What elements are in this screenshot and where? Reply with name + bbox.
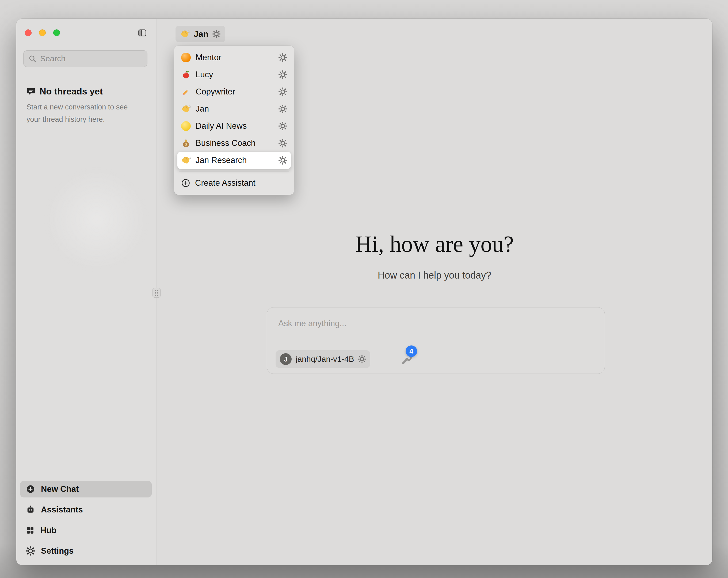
wave-hand-icon <box>180 29 190 39</box>
chat-bubble-icon <box>26 87 35 96</box>
wave-hand-icon <box>181 155 191 165</box>
assistant-menu: Mentor Lucy Copywriter Jan Daily AI News <box>174 46 294 195</box>
menu-item-lucy[interactable]: Lucy <box>177 66 291 83</box>
empty-state-title: No threads yet <box>40 86 103 97</box>
gear-icon[interactable] <box>279 53 287 62</box>
gear-icon[interactable] <box>279 139 287 147</box>
gear-icon[interactable] <box>279 156 287 165</box>
sidebar-item-label: Hub <box>41 526 56 535</box>
gear-icon[interactable] <box>279 105 287 113</box>
greeting-title: Hi, how are you? <box>157 231 712 257</box>
menu-item-copywriter[interactable]: Copywriter <box>177 83 291 100</box>
sidebar-item-hub[interactable]: Hub <box>20 522 152 539</box>
model-avatar: J <box>280 353 292 365</box>
sidebar-nav: New Chat Assistants Hub Settings <box>20 481 152 559</box>
hub-grid-icon <box>26 526 34 535</box>
model-name: janhq/Jan-v1-4B <box>296 355 354 364</box>
search-field <box>23 50 148 67</box>
menu-separator <box>179 172 289 172</box>
threads-empty-state: No threads yet Start a new conversation … <box>26 86 144 126</box>
gear-icon[interactable] <box>212 30 220 38</box>
sidebar: No threads yet Start a new conversation … <box>16 19 157 565</box>
menu-item-mentor[interactable]: Mentor <box>177 49 291 66</box>
greeting-subtitle: How can I help you today? <box>157 270 712 281</box>
message-input[interactable] <box>278 319 546 328</box>
yellow-ball-icon <box>181 121 191 131</box>
money-bag-icon <box>181 139 191 148</box>
window-controls <box>25 29 60 36</box>
zoom-button[interactable] <box>53 29 60 36</box>
empty-state-subtitle: Start a new conversation to see your thr… <box>26 101 144 126</box>
gear-icon <box>26 547 35 555</box>
main-area: Jan Mentor Lucy Copywriter Jan <box>157 19 712 565</box>
minimize-button[interactable] <box>39 29 46 36</box>
sidebar-item-assistants[interactable]: Assistants <box>20 501 152 518</box>
plus-circle-icon <box>181 178 190 187</box>
assistants-icon <box>26 505 35 514</box>
assistant-selector-button[interactable]: Jan <box>176 26 225 42</box>
gear-icon[interactable] <box>279 122 287 130</box>
menu-item-create-assistant[interactable]: Create Assistant <box>177 174 291 192</box>
menu-item-jan-research[interactable]: Jan Research <box>177 152 291 169</box>
sidebar-toggle-icon[interactable] <box>137 28 148 37</box>
close-button[interactable] <box>25 29 31 36</box>
sidebar-item-label: Settings <box>41 546 74 556</box>
gear-icon[interactable] <box>279 87 287 96</box>
sidebar-item-settings[interactable]: Settings <box>20 543 152 559</box>
chat-composer: J janhq/Jan-v1-4B 4 <box>267 307 605 374</box>
app-window: No threads yet Start a new conversation … <box>16 19 712 565</box>
model-selector-button[interactable]: J janhq/Jan-v1-4B <box>276 350 370 368</box>
tools-button[interactable]: 4 <box>400 353 413 366</box>
assistant-selector-label: Jan <box>194 29 208 39</box>
search-input[interactable] <box>40 54 144 63</box>
apple-icon <box>181 70 191 79</box>
sidebar-resize-handle[interactable] <box>153 288 160 298</box>
menu-item-business-coach[interactable]: Business Coach <box>177 134 291 152</box>
wave-hand-icon <box>181 104 191 114</box>
search-icon <box>28 55 36 62</box>
gear-icon[interactable] <box>358 355 366 363</box>
pencil-icon <box>181 87 191 97</box>
orange-ball-icon <box>181 53 191 62</box>
gear-icon[interactable] <box>279 70 287 79</box>
menu-item-jan[interactable]: Jan <box>177 100 291 118</box>
menu-item-daily-ai-news[interactable]: Daily AI News <box>177 118 291 134</box>
plus-circle-icon <box>26 485 35 494</box>
sidebar-item-label: New Chat <box>41 484 79 494</box>
tools-count-badge: 4 <box>406 346 417 357</box>
sidebar-item-new-chat[interactable]: New Chat <box>20 481 152 498</box>
sidebar-glow <box>41 163 153 276</box>
sidebar-item-label: Assistants <box>41 505 83 514</box>
